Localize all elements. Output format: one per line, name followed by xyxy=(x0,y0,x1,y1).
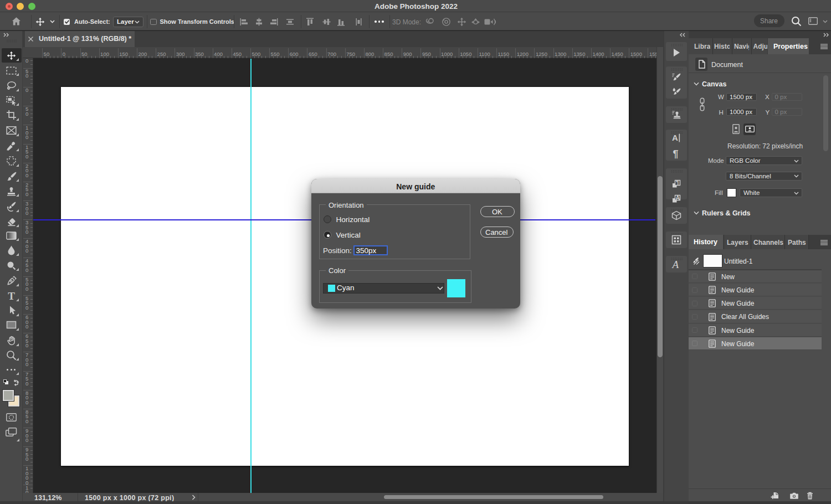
svg-text:A: A xyxy=(672,133,678,142)
svg-text:A: A xyxy=(676,194,680,201)
svg-text:¶: ¶ xyxy=(676,179,679,186)
svg-text:A: A xyxy=(671,259,679,270)
svg-text:¶: ¶ xyxy=(673,148,679,160)
svg-text:T: T xyxy=(8,290,15,302)
